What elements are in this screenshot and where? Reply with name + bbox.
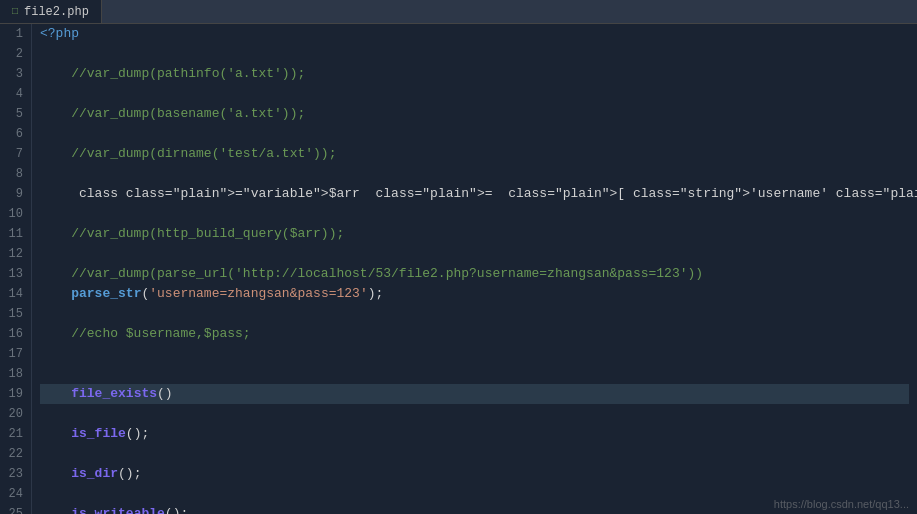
tab-bar: □ file2.php [0, 0, 917, 24]
code-line: parse_str('username=zhangsan&pass=123'); [40, 284, 909, 304]
code-area: 1234567891011121314151617181920212223242… [0, 24, 917, 514]
tab-icon: □ [12, 6, 18, 17]
code-line [40, 404, 909, 424]
code-line: //var_dump(parse_url('http://localhost/5… [40, 264, 909, 284]
code-line [40, 444, 909, 464]
code-line: is_file(); [40, 424, 909, 444]
code-line: file_exists() [40, 384, 909, 404]
file-tab[interactable]: □ file2.php [0, 0, 102, 23]
tab-label: file2.php [24, 5, 89, 19]
code-line: is_dir(); [40, 464, 909, 484]
code-line [40, 244, 909, 264]
code-line [40, 344, 909, 364]
code-line [40, 364, 909, 384]
code-line: //echo $username,$pass; [40, 324, 909, 344]
code-line [40, 304, 909, 324]
code-line: //var_dump(dirname('test/a.txt')); [40, 144, 909, 164]
line-numbers: 1234567891011121314151617181920212223242… [0, 24, 32, 514]
code-line [40, 164, 909, 184]
code-line: //var_dump(http_build_query($arr)); [40, 224, 909, 244]
watermark: https://blog.csdn.net/qq13... [774, 498, 909, 510]
code-line: class class="plain">="variable">$arr cla… [40, 184, 909, 204]
code-line [40, 44, 909, 64]
code-line [40, 124, 909, 144]
code-line: <?php [40, 24, 909, 44]
code-line [40, 84, 909, 104]
code-line: //var_dump(pathinfo('a.txt')); [40, 64, 909, 84]
code-line: //var_dump(basename('a.txt')); [40, 104, 909, 124]
code-content[interactable]: <?php //var_dump(pathinfo('a.txt')); //v… [32, 24, 917, 514]
editor-container: □ file2.php 1234567891011121314151617181… [0, 0, 917, 514]
code-line [40, 204, 909, 224]
